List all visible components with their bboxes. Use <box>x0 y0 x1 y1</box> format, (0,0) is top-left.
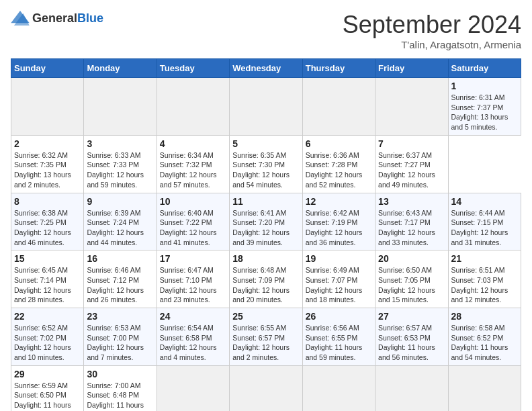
day-info: Sunrise: 6:48 AMSunset: 7:09 PMDaylight:… <box>232 265 299 305</box>
day-number: 17 <box>160 253 226 264</box>
calendar-cell: 9Sunrise: 6:39 AMSunset: 7:24 PMDaylight… <box>84 193 157 250</box>
logo-general: General <box>32 11 77 25</box>
calendar-cell: 27Sunrise: 6:57 AMSunset: 6:53 PMDayligh… <box>375 308 448 366</box>
calendar-cell: 11Sunrise: 6:41 AMSunset: 7:20 PMDayligh… <box>230 193 302 250</box>
logo-icon <box>11 11 30 26</box>
day-info: Sunrise: 6:42 AMSunset: 7:19 PMDaylight:… <box>306 208 372 248</box>
day-info: Sunrise: 6:55 AMSunset: 6:57 PMDaylight:… <box>232 323 299 363</box>
calendar-cell: 7Sunrise: 6:37 AMSunset: 7:27 PMDaylight… <box>375 135 448 193</box>
day-number: 13 <box>378 196 445 207</box>
calendar-cell: 29Sunrise: 6:59 AMSunset: 6:50 PMDayligh… <box>11 365 84 411</box>
day-info: Sunrise: 6:31 AMSunset: 7:37 PMDaylight:… <box>451 93 518 132</box>
day-info: Sunrise: 6:38 AMSunset: 7:25 PMDaylight:… <box>14 208 81 248</box>
day-number: 4 <box>160 138 226 149</box>
calendar-cell: 15Sunrise: 6:45 AMSunset: 7:14 PMDayligh… <box>11 250 84 308</box>
day-number: 27 <box>378 311 445 322</box>
calendar-cell <box>84 78 157 136</box>
calendar-cell: 22Sunrise: 6:52 AMSunset: 7:02 PMDayligh… <box>11 308 84 366</box>
day-info: Sunrise: 6:39 AMSunset: 7:24 PMDaylight:… <box>87 208 153 248</box>
day-info: Sunrise: 7:00 AMSunset: 6:48 PMDaylight:… <box>87 381 153 411</box>
day-number: 29 <box>14 369 81 379</box>
day-info: Sunrise: 6:59 AMSunset: 6:50 PMDaylight:… <box>14 381 81 411</box>
week-row-4: 15Sunrise: 6:45 AMSunset: 7:14 PMDayligh… <box>11 250 521 308</box>
calendar-cell: 13Sunrise: 6:43 AMSunset: 7:17 PMDayligh… <box>375 193 448 250</box>
day-number: 25 <box>232 311 299 322</box>
calendar-cell: 10Sunrise: 6:40 AMSunset: 7:22 PMDayligh… <box>157 193 229 250</box>
day-number: 20 <box>378 253 445 264</box>
calendar-cell: 30Sunrise: 7:00 AMSunset: 6:48 PMDayligh… <box>84 365 157 411</box>
calendar-cell <box>375 78 448 136</box>
day-info: Sunrise: 6:34 AMSunset: 7:32 PMDaylight:… <box>160 150 226 190</box>
week-row-5: 22Sunrise: 6:52 AMSunset: 7:02 PMDayligh… <box>11 308 521 366</box>
day-info: Sunrise: 6:57 AMSunset: 6:53 PMDaylight:… <box>378 323 445 363</box>
day-number: 22 <box>14 311 81 322</box>
day-info: Sunrise: 6:37 AMSunset: 7:27 PMDaylight:… <box>378 150 445 190</box>
calendar-cell: 20Sunrise: 6:50 AMSunset: 7:05 PMDayligh… <box>375 250 448 308</box>
day-number: 2 <box>14 138 81 149</box>
day-number: 19 <box>306 253 372 264</box>
week-row-2: 2Sunrise: 6:32 AMSunset: 7:35 PMDaylight… <box>11 135 521 193</box>
calendar-cell: 16Sunrise: 6:46 AMSunset: 7:12 PMDayligh… <box>84 250 157 308</box>
calendar-cell: 1Sunrise: 6:31 AMSunset: 7:37 PMDaylight… <box>448 78 521 136</box>
calendar-cell: 8Sunrise: 6:38 AMSunset: 7:25 PMDaylight… <box>11 193 84 250</box>
day-number: 18 <box>232 253 299 264</box>
day-number: 5 <box>232 138 299 149</box>
day-number: 26 <box>306 311 372 322</box>
day-info: Sunrise: 6:43 AMSunset: 7:17 PMDaylight:… <box>378 208 445 248</box>
day-number: 10 <box>160 196 226 207</box>
day-info: Sunrise: 6:47 AMSunset: 7:10 PMDaylight:… <box>160 265 226 305</box>
header-monday: Monday <box>84 59 157 78</box>
day-info: Sunrise: 6:56 AMSunset: 6:55 PMDaylight:… <box>306 323 372 363</box>
day-number: 3 <box>87 138 153 149</box>
day-number: 6 <box>306 138 372 149</box>
calendar-table: SundayMondayTuesdayWednesdayThursdayFrid… <box>11 58 521 411</box>
calendar-cell <box>157 365 229 411</box>
calendar-cell <box>157 78 229 136</box>
calendar-cell: 12Sunrise: 6:42 AMSunset: 7:19 PMDayligh… <box>302 193 375 250</box>
week-row-3: 8Sunrise: 6:38 AMSunset: 7:25 PMDaylight… <box>11 193 521 250</box>
week-row-6: 29Sunrise: 6:59 AMSunset: 6:50 PMDayligh… <box>11 365 521 411</box>
calendar-cell <box>302 365 375 411</box>
day-info: Sunrise: 6:49 AMSunset: 7:07 PMDaylight:… <box>306 265 372 305</box>
day-number: 16 <box>87 253 153 264</box>
calendar-cell: 14Sunrise: 6:44 AMSunset: 7:15 PMDayligh… <box>448 193 521 250</box>
calendar-cell <box>302 78 375 136</box>
calendar-cell <box>230 78 302 136</box>
day-number: 30 <box>87 369 153 379</box>
page-header: GeneralBlue September 2024 T'alin, Araga… <box>11 11 521 50</box>
day-number: 11 <box>232 196 299 207</box>
calendar-cell: 4Sunrise: 6:34 AMSunset: 7:32 PMDaylight… <box>157 135 229 193</box>
day-number: 12 <box>306 196 372 207</box>
calendar-cell: 26Sunrise: 6:56 AMSunset: 6:55 PMDayligh… <box>302 308 375 366</box>
day-number: 8 <box>14 196 81 207</box>
calendar-cell <box>230 365 302 411</box>
header-thursday: Thursday <box>302 59 375 78</box>
calendar-cell <box>448 365 521 411</box>
header-wednesday: Wednesday <box>230 59 302 78</box>
calendar-cell <box>11 78 84 136</box>
day-info: Sunrise: 6:53 AMSunset: 7:00 PMDaylight:… <box>87 323 153 363</box>
calendar-cell <box>375 365 448 411</box>
day-info: Sunrise: 6:44 AMSunset: 7:15 PMDaylight:… <box>451 208 518 248</box>
calendar-cell: 21Sunrise: 6:51 AMSunset: 7:03 PMDayligh… <box>448 250 521 308</box>
calendar-cell: 3Sunrise: 6:33 AMSunset: 7:33 PMDaylight… <box>84 135 157 193</box>
day-info: Sunrise: 6:45 AMSunset: 7:14 PMDaylight:… <box>14 265 81 305</box>
calendar-header: SundayMondayTuesdayWednesdayThursdayFrid… <box>11 59 521 78</box>
day-info: Sunrise: 6:33 AMSunset: 7:33 PMDaylight:… <box>87 150 153 190</box>
day-info: Sunrise: 6:58 AMSunset: 6:52 PMDaylight:… <box>451 323 518 363</box>
calendar-cell: 2Sunrise: 6:32 AMSunset: 7:35 PMDaylight… <box>11 135 84 193</box>
calendar-cell: 17Sunrise: 6:47 AMSunset: 7:10 PMDayligh… <box>157 250 229 308</box>
week-row-1: 1Sunrise: 6:31 AMSunset: 7:37 PMDaylight… <box>11 78 521 136</box>
calendar-cell: 6Sunrise: 6:36 AMSunset: 7:28 PMDaylight… <box>302 135 375 193</box>
calendar-cell: 19Sunrise: 6:49 AMSunset: 7:07 PMDayligh… <box>302 250 375 308</box>
calendar-title: September 2024 <box>343 11 521 39</box>
day-info: Sunrise: 6:32 AMSunset: 7:35 PMDaylight:… <box>14 150 81 190</box>
header-sunday: Sunday <box>11 59 84 78</box>
day-number: 21 <box>451 253 518 264</box>
calendar-cell: 28Sunrise: 6:58 AMSunset: 6:52 PMDayligh… <box>448 308 521 366</box>
day-info: Sunrise: 6:36 AMSunset: 7:28 PMDaylight:… <box>306 150 372 190</box>
day-info: Sunrise: 6:40 AMSunset: 7:22 PMDaylight:… <box>160 208 226 248</box>
day-number: 9 <box>87 196 153 207</box>
calendar-cell: 25Sunrise: 6:55 AMSunset: 6:57 PMDayligh… <box>230 308 302 366</box>
header-saturday: Saturday <box>448 59 521 78</box>
